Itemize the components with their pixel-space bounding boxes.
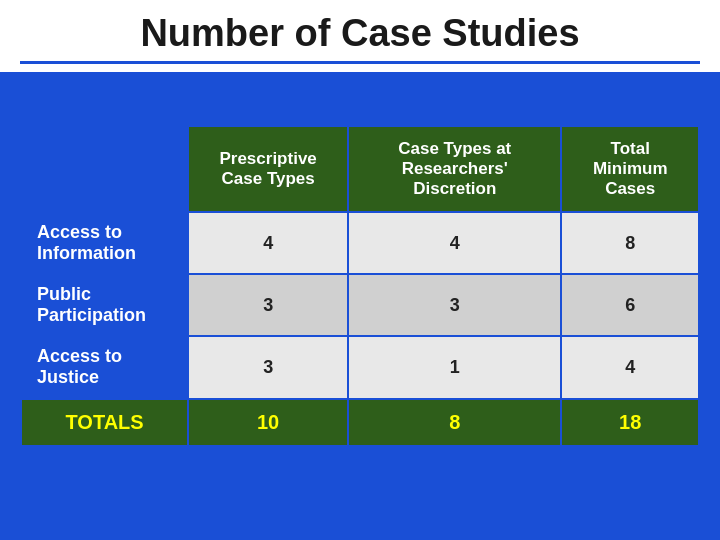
col-header-empty xyxy=(21,126,188,212)
title-section: Number of Case Studies xyxy=(0,0,720,75)
totals-col1: 10 xyxy=(188,399,348,446)
cell-access-info-col1: 4 xyxy=(188,212,348,274)
page-container: Number of Case Studies Prescriptive Case… xyxy=(0,0,720,540)
table-row: Public Participation 3 3 6 xyxy=(21,274,699,336)
totals-col3: 18 xyxy=(561,399,699,446)
totals-label: TOTALS xyxy=(21,399,188,446)
title-underline xyxy=(20,61,700,64)
col-header-prescriptive: Prescriptive Case Types xyxy=(188,126,348,212)
table-row: Access to Justice 3 1 4 xyxy=(21,336,699,399)
page-title: Number of Case Studies xyxy=(20,12,700,55)
cell-public-participation-col1: 3 xyxy=(188,274,348,336)
cell-public-participation-col3: 6 xyxy=(561,274,699,336)
data-table: Prescriptive Case Types Case Types at Re… xyxy=(20,125,700,447)
cell-access-justice-col1: 3 xyxy=(188,336,348,399)
col-header-discretion: Case Types at Researchers' Discretion xyxy=(348,126,561,212)
totals-row: TOTALS 10 8 18 xyxy=(21,399,699,446)
cell-access-justice-col3: 4 xyxy=(561,336,699,399)
cell-access-justice-col2: 1 xyxy=(348,336,561,399)
header-row: Prescriptive Case Types Case Types at Re… xyxy=(21,126,699,212)
table-row: Access to Information 4 4 8 xyxy=(21,212,699,274)
cell-access-info-col2: 4 xyxy=(348,212,561,274)
row-label-access-info: Access to Information xyxy=(21,212,188,274)
col-header-total: Total Minimum Cases xyxy=(561,126,699,212)
totals-col2: 8 xyxy=(348,399,561,446)
cell-access-info-col3: 8 xyxy=(561,212,699,274)
row-label-access-justice: Access to Justice xyxy=(21,336,188,399)
cell-public-participation-col2: 3 xyxy=(348,274,561,336)
row-label-public-participation: Public Participation xyxy=(21,274,188,336)
table-container: Prescriptive Case Types Case Types at Re… xyxy=(20,125,700,447)
